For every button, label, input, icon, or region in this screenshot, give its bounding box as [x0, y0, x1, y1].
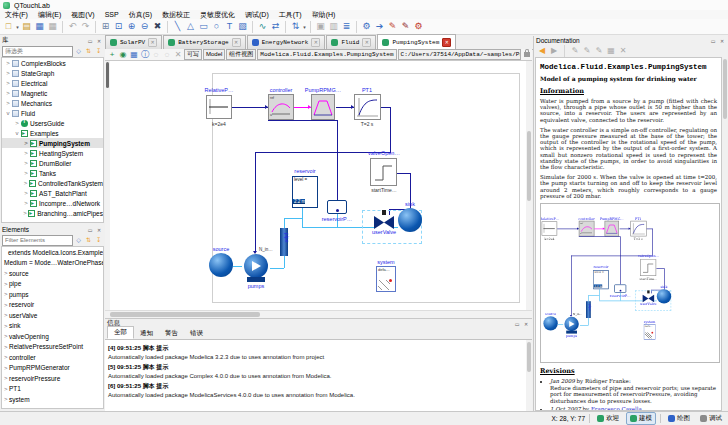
- documentation-view-icon[interactable]: ⓘ: [140, 50, 150, 60]
- component-pumps[interactable]: [242, 254, 270, 282]
- float-panel-icon[interactable]: ▭: [86, 226, 94, 234]
- messages-tab-notification[interactable]: 通知: [134, 328, 159, 339]
- edit-info-icon[interactable]: ✎: [570, 46, 580, 56]
- close-tab-icon[interactable]: ✕: [148, 38, 157, 47]
- tab-solarpv[interactable]: SolarPV✕: [105, 35, 162, 49]
- cancel-icon[interactable]: ✕: [618, 46, 628, 56]
- menu-file[interactable]: 文件(F): [0, 10, 33, 20]
- zoom-fit-icon[interactable]: ⊡: [113, 20, 125, 33]
- tree-item-tanks[interactable]: >Tanks: [2, 168, 103, 178]
- transition-mode-icon[interactable]: ⇄: [270, 20, 282, 33]
- library-filter-input[interactable]: [2, 46, 73, 57]
- menu-help[interactable]: 帮助(H): [307, 10, 341, 20]
- edit-header-icon[interactable]: ✎: [594, 46, 604, 56]
- tree-item-heatingsystem[interactable]: >HeatingSystem: [2, 148, 103, 158]
- fit-extent-icon[interactable]: ✖: [152, 20, 164, 33]
- tab-batterystorage[interactable]: BatteryStorage✕: [163, 35, 245, 49]
- component-reservoir[interactable]: level = 2.2 m: [292, 176, 318, 208]
- component-system[interactable]: defa…: [376, 266, 396, 292]
- element-item-controller[interactable]: >controller: [2, 352, 103, 363]
- zoom-out-icon[interactable]: ⊖: [139, 20, 151, 33]
- element-item-source[interactable]: >source: [2, 268, 103, 279]
- tab-energynetwork[interactable]: EnergyNetwork✕: [247, 35, 326, 49]
- save-icon[interactable]: ▦: [606, 46, 616, 56]
- component-relativepressuresetpoint[interactable]: [206, 95, 232, 119]
- menu-sensitivity-optimization[interactable]: 灵敏度优化: [195, 10, 240, 20]
- filter-options-icon[interactable]: ◇: [74, 47, 83, 56]
- tree-item-electrical[interactable]: >Electrical: [2, 78, 103, 88]
- arrange-dropdown-icon[interactable]: ▾: [302, 24, 307, 30]
- connect-mode-icon[interactable]: ∿: [257, 20, 269, 33]
- tree-item-magnetic[interactable]: >Magnetic: [2, 88, 103, 98]
- close-icon[interactable]: ✕: [173, 50, 183, 60]
- diagram-view-icon[interactable]: ▦: [129, 50, 139, 60]
- prev-icon[interactable]: ◌: [151, 50, 161, 60]
- element-item-extends[interactable]: extends Modelica.Icons.Example: [2, 247, 103, 258]
- messages-tab-all[interactable]: 全部: [107, 326, 134, 339]
- menu-tools[interactable]: 工具(T): [274, 10, 307, 20]
- close-tab-icon[interactable]: ✕: [442, 38, 451, 47]
- tree-item-controlledtanksystem[interactable]: >ControlledTankSystem: [2, 178, 103, 188]
- tree-item-examples[interactable]: vExamples: [2, 128, 103, 138]
- tree-item-usersguide[interactable]: >UsersGuide: [2, 118, 103, 128]
- messages-tab-warning[interactable]: 警告: [159, 328, 184, 339]
- float-panel-icon[interactable]: ▭: [513, 320, 521, 328]
- canvas-left-scrollbar[interactable]: [105, 61, 110, 310]
- arrange-icon[interactable]: ⇅: [290, 20, 302, 33]
- diagram-canvas[interactable]: RelativeP… k=2e4 controller ref u PumpRP…: [105, 61, 532, 318]
- save-all-icon[interactable]: ▦: [47, 20, 59, 33]
- float-panel-icon[interactable]: ▭: [709, 37, 717, 45]
- tree-item-branchingdynamicpipes[interactable]: >Branching…amicPipes: [2, 208, 103, 218]
- tree-item-pumpingsystem[interactable]: >PumpingSystem: [2, 138, 103, 148]
- component-sink[interactable]: [398, 208, 422, 232]
- documentation-scrollbar[interactable]: [722, 57, 728, 411]
- tree-item-ast-batchplant[interactable]: >AST_BatchPlant: [2, 188, 103, 198]
- close-tab-icon[interactable]: ✕: [311, 38, 320, 47]
- expand-all-icon[interactable]: ⇅: [84, 236, 93, 245]
- element-item-pumps[interactable]: >pumps: [2, 289, 103, 300]
- menu-edit[interactable]: 编辑(E): [33, 10, 66, 20]
- undo-icon[interactable]: ↶: [67, 20, 79, 33]
- paste-icon[interactable]: ▥: [328, 20, 340, 33]
- perspective-welcome-button[interactable]: 欢迎: [594, 413, 622, 424]
- element-item-pipe[interactable]: >pipe: [2, 279, 103, 290]
- element-item-uservalve[interactable]: >userValve: [2, 310, 103, 321]
- close-panel-icon[interactable]: ✕: [95, 226, 103, 234]
- scrollbar-thumb[interactable]: [723, 59, 727, 119]
- collapse-all-icon[interactable]: ↧: [94, 236, 103, 245]
- component-controller[interactable]: ref u: [268, 94, 294, 120]
- perspective-plotting-button[interactable]: 绘图: [665, 413, 693, 424]
- tree-item-mechanics[interactable]: >Mechanics: [2, 98, 103, 108]
- element-item-valveopening[interactable]: >valveOpening: [2, 331, 103, 342]
- close-panel-icon[interactable]: ✕: [95, 37, 103, 45]
- menu-data-reconciliation[interactable]: 数据校正: [157, 10, 195, 20]
- connect-tool-icon[interactable]: +: [107, 50, 117, 60]
- element-item-medium[interactable]: Medium = Mode…WaterOnePhase: [2, 258, 103, 269]
- scrollbar-thumb[interactable]: [527, 131, 531, 201]
- simulate-icon[interactable]: ➔: [374, 20, 386, 33]
- forward-icon[interactable]: ▶: [549, 46, 559, 56]
- component-reservoirpressure[interactable]: [327, 200, 347, 214]
- component-pumprpmgenerator[interactable]: [311, 94, 335, 120]
- perspective-modeling-button[interactable]: 建模: [626, 412, 656, 425]
- zoom-in-icon[interactable]: ⊕: [126, 20, 138, 33]
- scrollbar-thumb[interactable]: [110, 312, 260, 317]
- rectangle-shape-icon[interactable]: ▭: [198, 20, 210, 33]
- messages-tab-error[interactable]: 错误: [184, 328, 209, 339]
- simulation-setup-icon[interactable]: ⚙: [413, 20, 425, 33]
- ellipse-shape-icon[interactable]: ○: [211, 20, 223, 33]
- open-icon[interactable]: ▤: [21, 20, 33, 33]
- new-dropdown-icon[interactable]: ▾: [15, 24, 20, 30]
- canvas-horizontal-scrollbar[interactable]: [105, 310, 532, 318]
- tree-item-stategraph[interactable]: >StateGraph: [2, 68, 103, 78]
- scrollbar-thumb[interactable]: [527, 342, 531, 372]
- tree-item-complexblocks[interactable]: >ComplexBlocks: [2, 58, 103, 68]
- grid-icon[interactable]: ⊞: [100, 20, 112, 33]
- component-pt1[interactable]: [354, 94, 381, 120]
- next-icon[interactable]: ◌: [162, 50, 172, 60]
- bitmap-shape-icon[interactable]: ▧: [237, 20, 249, 33]
- menu-view[interactable]: 视图(V): [66, 10, 99, 20]
- tree-item-drumboiler[interactable]: >DrumBoiler: [2, 158, 103, 168]
- element-item-sink[interactable]: >sink: [2, 321, 103, 332]
- text-shape-icon[interactable]: T: [224, 20, 236, 33]
